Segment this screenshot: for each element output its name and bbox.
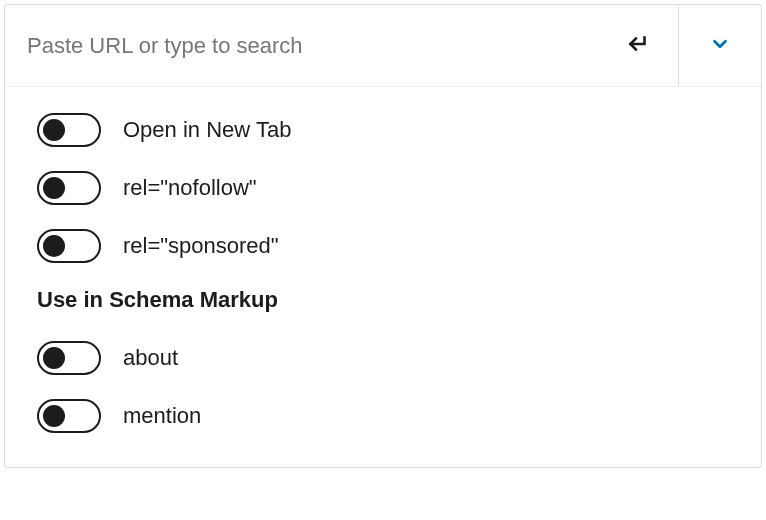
toggle-about[interactable] — [37, 341, 101, 375]
toggle-label: rel="nofollow" — [123, 175, 257, 201]
toggle-label: about — [123, 345, 178, 371]
toggle-row-about: about — [37, 341, 729, 375]
expand-button[interactable] — [679, 5, 761, 86]
toggle-row-mention: mention — [37, 399, 729, 433]
enter-icon — [625, 31, 651, 60]
toggle-knob — [43, 119, 65, 141]
toggle-label: Open in New Tab — [123, 117, 291, 143]
schema-heading: Use in Schema Markup — [37, 287, 729, 313]
toggle-nofollow[interactable] — [37, 171, 101, 205]
toggle-label: rel="sponsored" — [123, 233, 279, 259]
toggle-row-nofollow: rel="nofollow" — [37, 171, 729, 205]
submit-button[interactable] — [597, 5, 679, 86]
toggle-row-sponsored: rel="sponsored" — [37, 229, 729, 263]
toggle-mention[interactable] — [37, 399, 101, 433]
chevron-down-icon — [709, 33, 731, 58]
toggle-knob — [43, 405, 65, 427]
toggle-knob — [43, 177, 65, 199]
toggle-label: mention — [123, 403, 201, 429]
toggle-knob — [43, 347, 65, 369]
link-settings-panel: Open in New Tab rel="nofollow" rel="spon… — [4, 4, 762, 468]
toggle-open-new-tab[interactable] — [37, 113, 101, 147]
toggle-row-new-tab: Open in New Tab — [37, 113, 729, 147]
options-panel: Open in New Tab rel="nofollow" rel="spon… — [5, 87, 761, 467]
toggle-knob — [43, 235, 65, 257]
search-row — [5, 5, 761, 87]
toggle-sponsored[interactable] — [37, 229, 101, 263]
search-input[interactable] — [5, 5, 597, 86]
